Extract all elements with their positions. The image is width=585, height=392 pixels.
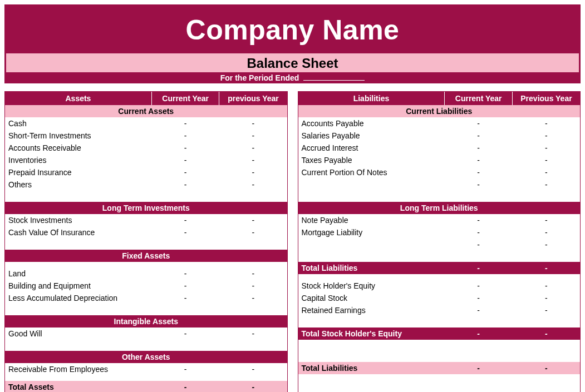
assets-header-previous: previous Year (219, 92, 287, 105)
spacer-row (298, 316, 581, 328)
spacer-row (298, 251, 581, 262)
spacer-row (298, 351, 581, 362)
assets-table: Assets Current Year previous Year Curren… (5, 92, 287, 392)
table-row: Inventories-- (5, 154, 287, 166)
table-row: Capital Stock-- (298, 292, 581, 304)
spacer-row (5, 239, 287, 250)
period-blank-line[interactable] (303, 80, 365, 81)
table-row: Note Payable-- (298, 214, 581, 226)
section-current-liabilities: Current Liabilities (298, 105, 581, 117)
table-row: -- (298, 239, 581, 251)
table-row: Building and Equipment-- (5, 280, 287, 292)
company-name-title: Company Name (6, 14, 579, 46)
period-label: For the Period Ended (220, 73, 299, 82)
liabilities-table: Liabilities Current Year Previous Year C… (298, 92, 581, 374)
total-liabilities-row: Total Liabilities - - (298, 262, 581, 274)
liabilities-column: Liabilities Current Year Previous Year C… (298, 91, 581, 392)
liabilities-header-label: Liabilities (298, 92, 445, 105)
liabilities-header-previous: Previous Year (512, 92, 580, 105)
table-row: Taxes Payable-- (298, 154, 581, 166)
title-bar: Company Name (4, 4, 581, 53)
table-row: -- (298, 178, 581, 191)
table-row: Current Portion Of Notes-- (298, 166, 581, 178)
section-long-term-investments: Long Term Investments (5, 202, 287, 214)
liabilities-header-row: Liabilities Current Year Previous Year (298, 92, 581, 105)
assets-header-row: Assets Current Year previous Year (5, 92, 287, 105)
table-row: Land-- (5, 267, 287, 280)
total-assets-row: Total Assets - - (5, 381, 287, 392)
table-row: Accrued Interest-- (298, 142, 581, 154)
table-row: Less Accumulated Depreciation-- (5, 292, 287, 304)
spacer-row (5, 262, 287, 267)
period-bar: For the Period Ended (4, 72, 581, 83)
table-row: Retained Earnings-- (298, 304, 581, 316)
spacer-row (5, 340, 287, 351)
section-other-assets: Other Assets (5, 351, 287, 363)
table-row: Cash Value Of Insurance-- (5, 226, 287, 239)
table-row: Short-Term Investments-- (5, 130, 287, 142)
section-intangible-assets: Intangible Assets (5, 315, 287, 328)
table-row: Stock Investments-- (5, 214, 287, 226)
assets-column: Assets Current Year previous Year Curren… (4, 91, 288, 392)
section-current-assets: Current Assets (5, 105, 287, 117)
spacer-row (298, 191, 581, 202)
assets-header-label: Assets (5, 92, 151, 105)
spacer-row (298, 274, 581, 280)
table-row: Salaries Payable-- (298, 130, 581, 142)
section-fixed-assets: Fixed Assets (5, 250, 287, 262)
table-row: Others-- (5, 178, 287, 191)
table-row: Stock Holder's Equity-- (298, 280, 581, 292)
table-row: Accounts Payable-- (298, 117, 581, 130)
assets-header-current: Current Year (151, 92, 219, 105)
total-liabilities-final-row: Total Liabilities - - (298, 362, 581, 374)
spacer-row (5, 304, 287, 315)
balance-sheet-columns: Assets Current Year previous Year Curren… (4, 91, 581, 392)
table-row: Cash-- (5, 117, 287, 130)
table-row: Mortgage Liability-- (298, 226, 581, 239)
section-long-term-liabilities: Long Term Liabilities (298, 202, 581, 214)
spacer-row (5, 375, 287, 381)
table-row: Receivable From Employees-- (5, 363, 287, 375)
spacer-row (5, 191, 287, 202)
table-row: Good Will-- (5, 328, 287, 340)
table-row: Accounts Receivable-- (5, 142, 287, 154)
document-subtitle: Balance Sheet (6, 56, 579, 71)
liabilities-header-current: Current Year (445, 92, 513, 105)
total-stockholders-equity-row: Total Stock Holder's Equity - - (298, 328, 581, 340)
subtitle-bar: Balance Sheet (4, 53, 581, 72)
spacer-row (298, 340, 581, 351)
table-row: Prepaid Insurance-- (5, 166, 287, 178)
